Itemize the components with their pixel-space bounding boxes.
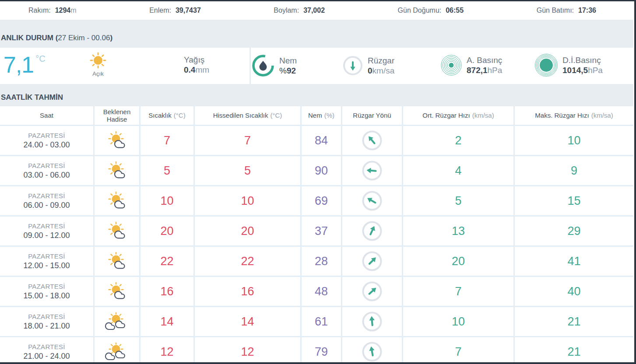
day-label: PAZARTESİ [28,313,65,320]
sunrise-stat: Gün Doğumu: 06:55 [398,7,464,14]
humidity-value: 92 [287,66,296,75]
column-label: Maks. Rüzgar Hızı [535,112,589,119]
temperature-cell: 10 [141,186,193,215]
weather-icon-cell [95,186,139,215]
humidity-cell-value: 79 [315,345,328,359]
actual-pressure-label: A. Basınç [467,55,502,65]
sun-two-clouds-icon [105,343,129,361]
avg-wind-speed-cell-value: 13 [452,224,465,238]
humidity-cell: 48 [302,277,341,306]
wind-down-arrow-icon [342,55,363,76]
avg-wind-speed-cell-value: 10 [452,315,465,329]
avg-wind-speed-cell-value: 4 [455,164,461,178]
sun-icon [88,52,108,70]
humidity-cell-value: 61 [315,315,328,329]
temperature-cell-value: 22 [160,255,173,268]
humidity-cell-value: 48 [315,285,328,298]
current-temperature: 7,1 °C [4,51,46,78]
hour-range-cell: PAZARTESİ18.00 - 21.00 [0,307,93,336]
hour-range-cell: PAZARTESİ21.00 - 24.00 [0,337,93,364]
precipitation-unit: mm [195,65,209,74]
current-temperature-unit: °C [35,54,45,64]
time-range: 24.00 - 03.00 [23,140,70,150]
wind-label: Rüzgar [368,56,394,66]
feels-like-cell-value: 10 [241,194,254,208]
sunset-value: 17:36 [578,7,596,14]
humidity-cell: 90 [302,156,341,185]
avg-wind-speed-cell: 13 [403,217,513,245]
feels-like-cell-value: 7 [244,134,251,147]
temperature-cell-value: 16 [160,285,173,298]
column-label: Beklenen Hadise [97,108,137,123]
time-range: 03.00 - 06.00 [23,171,70,180]
avg-wind-speed-cell: 7 [403,337,513,364]
altitude-stat: Rakım: 1294m [28,7,77,14]
hour-range-cell: PAZARTESİ24.00 - 03.00 [0,126,93,155]
wind-direction-cell [342,277,402,306]
feels-like-cell: 5 [195,156,300,185]
max-wind-speed-cell-value: 10 [567,134,580,147]
longitude-value: 37,002 [303,7,325,14]
feels-like-cell: 22 [195,247,300,276]
feels-like-cell: 16 [195,277,300,306]
column-label: Hissedilen Sıcaklık [213,112,268,119]
avg-wind-speed-cell: 20 [403,247,513,276]
avg-wind-speed-cell: 5 [403,186,513,215]
humidity-cell: 69 [302,186,341,215]
humidity-cell-value: 37 [315,224,328,238]
max-wind-speed-cell: 21 [515,337,633,364]
weather-icon-cell [95,217,139,245]
hourly-section-title: SAATLİK TAHMİN [1,93,63,102]
wind-direction-cell [342,307,402,336]
wind-value: 0 [368,66,372,75]
current-section-title: ANLIK DURUM ( [1,34,58,42]
precipitation-group: Yağış 0.4mm [184,55,209,75]
time-range: 18.00 - 21.00 [23,322,70,331]
temperature-cell: 5 [141,156,193,185]
avg-wind-speed-cell: 2 [403,126,513,155]
wind-direction-arrow-icon [361,280,383,302]
max-wind-speed-cell: 15 [515,186,633,215]
weather-icon-cell [95,277,139,306]
sea-level-pressure-group: D.İ.Basınç 1014,5hPa [534,53,603,77]
wind-direction-cell [342,126,402,155]
column-label: Saat [40,112,53,119]
max-wind-speed-cell: 10 [515,126,633,155]
current-temperature-value: 7,1 [4,51,34,78]
avg-wind-speed-cell-value: 2 [455,134,461,147]
column-header-2: Sıcaklık(°C) [141,106,193,125]
humidity-cell: 37 [302,217,341,245]
humidity-cell: 61 [302,307,341,336]
current-section-date: 27 Ekim - 00.06 [58,34,110,42]
avg-wind-speed-cell: 4 [403,156,513,185]
wind-direction-arrow-icon [361,220,383,242]
avg-wind-speed-cell-value: 5 [455,194,461,208]
max-wind-speed-cell-value: 21 [567,345,580,359]
station-info-bar: Rakım: 1294m Enlem: 39,7437 Boylam: 37,0… [0,1,633,20]
column-header-0: Saat [0,106,93,125]
feels-like-cell: 14 [195,307,300,336]
wind-direction-arrow-icon [361,190,383,212]
latitude-stat: Enlem: 39,7437 [149,7,201,14]
sunrise-label: Gün Doğumu: [398,7,442,14]
time-range: 09.00 - 12.00 [23,231,70,240]
column-header-1: Beklenen Hadise [95,106,139,125]
sea-level-pressure-unit: hPa [588,66,603,75]
hour-range-cell: PAZARTESİ12.00 - 15.00 [0,247,93,276]
avg-wind-speed-cell: 7 [403,277,513,306]
humidity-cell-value: 84 [315,134,328,147]
avg-wind-speed-cell-value: 7 [455,345,461,359]
humidity-cell-value: 90 [315,164,328,178]
column-header-6: Ort. Rüzgar Hızı(km/sa) [403,106,513,125]
panel-divider [249,48,251,84]
wind-direction-arrow-icon [361,160,383,182]
day-label: PAZARTESİ [28,343,65,350]
actual-pressure-unit: hPa [488,66,502,75]
sun-two-clouds-icon [105,312,129,331]
day-label: PAZARTESİ [28,283,65,290]
longitude-stat: Boylam: 37,002 [274,7,325,14]
latitude-label: Enlem: [149,7,171,14]
column-label: Nem [308,112,322,119]
temperature-cell-value: 12 [160,345,173,359]
weather-icon-cell [95,337,139,364]
